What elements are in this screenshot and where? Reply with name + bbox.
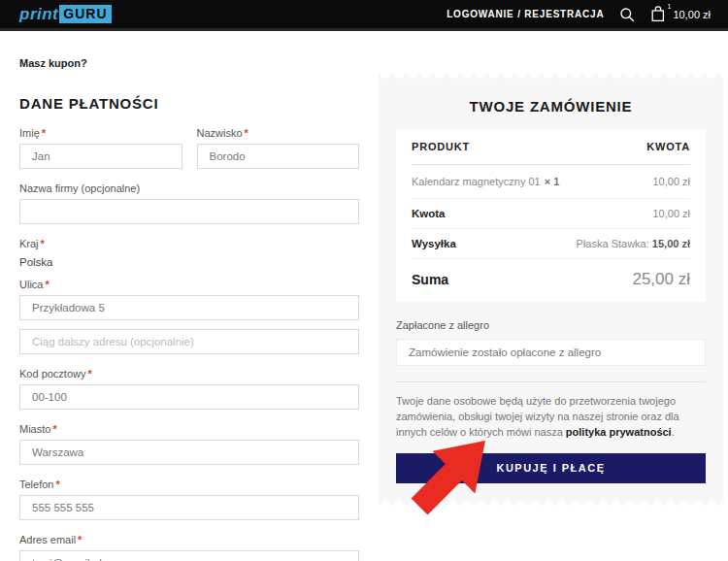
cart-count-badge: 1	[668, 3, 672, 10]
shipping-label: Wysyłka	[412, 238, 456, 249]
last-name-input[interactable]	[197, 144, 360, 169]
divider	[396, 381, 706, 382]
privacy-policy-link[interactable]: polityka prywatności	[566, 426, 672, 438]
email-label: Adres email*	[19, 534, 359, 545]
total-label: Suma	[412, 272, 448, 287]
logo-text-guru: GURU	[59, 5, 111, 23]
search-icon[interactable]	[619, 7, 635, 22]
required-asterisk: *	[55, 478, 59, 490]
shipping-amount: Płaska Stawka: 15,00 zł	[577, 238, 690, 249]
postcode-label: Kod pocztowy*	[19, 368, 359, 380]
shipping-row: Wysyłka Płaska Stawka: 15,00 zł	[412, 229, 690, 259]
column-product: PRODUKT	[412, 141, 470, 152]
subtotal-label: Kwota	[412, 208, 446, 219]
email-input[interactable]	[19, 550, 359, 561]
payment-note-input[interactable]	[396, 339, 706, 366]
required-asterisk: *	[42, 127, 46, 139]
total-amount: 25,00 zł	[632, 270, 690, 289]
order-line-item: Kalendarz magnetyczny 01× 1 10,00 zł	[412, 165, 690, 199]
line-item-qty: × 1	[545, 176, 560, 187]
required-asterisk: *	[87, 368, 91, 380]
payment-method-label: Zapłacone z allegro	[396, 319, 706, 331]
city-label: Miasto*	[19, 423, 359, 435]
subtotal-row: Kwota 10,00 zł	[412, 199, 690, 229]
privacy-policy-text: Twoje dane osobowe będą użyte do przetwo…	[396, 394, 706, 441]
postcode-input[interactable]	[19, 384, 359, 410]
city-input[interactable]	[19, 440, 359, 465]
cart-button[interactable]: 1 10,00 zł	[650, 6, 711, 22]
order-table-header: PRODUKT KWOTA	[412, 129, 690, 165]
country-value: Polska	[19, 254, 359, 267]
line-item-amount: 10,00 zł	[652, 176, 690, 187]
shipping-cost: 15,00 zł	[652, 238, 690, 249]
login-register-link[interactable]: LOGOWANIE / REJESTRACJA	[447, 9, 604, 19]
place-order-button[interactable]: KUPUJĘ I PŁACĘ	[396, 453, 706, 483]
first-name-input[interactable]	[19, 144, 182, 169]
last-name-label: Nazwisko*	[197, 127, 360, 139]
order-review-section: TWOJE ZAMÓWIENIE PRODUKT KWOTA Kalendarz…	[379, 74, 723, 506]
billing-details-section: DANE PŁATNOŚCI Imię* Nazwisko* Nazwa fir…	[19, 74, 359, 561]
checkout-content: DANE PŁATNOŚCI Imię* Nazwisko* Nazwa fir…	[0, 74, 728, 561]
checkout-page: print GURU LOGOWANIE / REJESTRACJA 1	[0, 0, 728, 561]
required-asterisk: *	[245, 127, 248, 139]
phone-label: Telefon*	[19, 478, 359, 490]
street-input[interactable]	[19, 295, 359, 320]
required-asterisk: *	[45, 279, 49, 290]
top-navigation-bar: print GURU LOGOWANIE / REJESTRACJA 1	[0, 0, 728, 31]
line-item-name: Kalendarz magnetyczny 01× 1	[412, 176, 559, 187]
first-name-label: Imię*	[19, 127, 182, 139]
total-row: Suma 25,00 zł	[412, 259, 690, 302]
company-label: Nazwa firmy (opcjonalne)	[19, 182, 359, 194]
order-summary-table: PRODUKT KWOTA Kalendarz magnetyczny 01× …	[396, 129, 706, 302]
required-asterisk: *	[78, 534, 82, 545]
billing-title: DANE PŁATNOŚCI	[19, 95, 359, 112]
subtotal-amount: 10,00 zł	[652, 208, 690, 219]
receipt-scalloped-edge-bottom	[379, 499, 723, 506]
cart-bag-icon: 1	[650, 6, 666, 22]
required-asterisk: *	[52, 423, 56, 435]
order-title: TWOJE ZAMÓWIENIE	[396, 98, 706, 115]
required-asterisk: *	[41, 238, 45, 249]
coupon-notice: Masz kupon?	[19, 57, 728, 69]
address-line2-input[interactable]	[19, 329, 359, 354]
cart-total-amount: 10,00 zł	[673, 9, 711, 20]
country-label: Kraj*	[19, 238, 359, 249]
phone-input[interactable]	[19, 495, 359, 520]
company-input[interactable]	[19, 199, 359, 224]
printguru-logo[interactable]: print GURU	[19, 5, 112, 24]
street-label: Ulica*	[19, 279, 359, 290]
column-amount: KWOTA	[646, 141, 690, 152]
logo-text-print: print	[19, 5, 58, 24]
receipt-scalloped-edge-top	[379, 74, 723, 81]
header-actions: LOGOWANIE / REJESTRACJA 1 10,00 zł	[447, 6, 711, 22]
billing-form: Imię* Nazwisko* Nazwa firmy (opcjonalne)…	[19, 127, 359, 561]
order-review-panel: TWOJE ZAMÓWIENIE PRODUKT KWOTA Kalendarz…	[379, 81, 723, 499]
